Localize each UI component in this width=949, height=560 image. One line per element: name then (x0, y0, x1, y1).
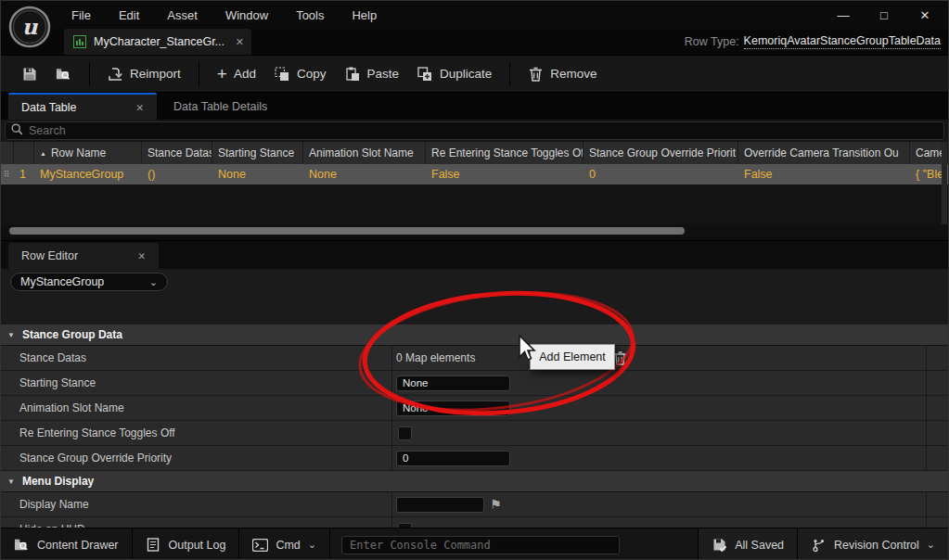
display-name-input[interactable] (396, 497, 484, 513)
window-controls: — □ ✕ (827, 1, 941, 29)
save-check-icon (712, 537, 727, 553)
revision-control-label: Revision Control (834, 539, 919, 552)
trash-icon (528, 66, 544, 82)
copy-label: Copy (297, 67, 327, 81)
column-re-entering[interactable]: Re Entering Stance Toggles Of (426, 142, 584, 164)
duplicate-label: Duplicate (440, 67, 492, 81)
asset-tab[interactable]: MyCharacter_StanceGr... ✕ (64, 29, 251, 55)
horizontal-scrollbar-thumb[interactable] (9, 227, 685, 235)
localization-flag-icon[interactable]: ⚑ (490, 497, 502, 512)
column-starting-stance[interactable]: Starting Stance (212, 142, 303, 164)
add-label: Add (234, 67, 256, 81)
property-row-re-entering: Re Entering Stance Toggles Off (1, 421, 948, 446)
save-icon (21, 66, 37, 82)
cell-override-camera[interactable]: False (738, 164, 910, 185)
row-type-link[interactable]: KemoriqAvatarStanceGroupTableData (744, 34, 941, 49)
row-selector-dropdown[interactable]: MyStanceGroup ⌄ (10, 273, 168, 291)
row-editor-tab-close-icon[interactable]: ✕ (137, 250, 146, 261)
all-saved-button[interactable]: All Saved (698, 528, 797, 560)
terminal-icon (252, 537, 268, 553)
row-type: Row Type: KemoriqAvatarStanceGroupTableD… (685, 29, 941, 55)
starting-stance-input[interactable] (396, 375, 510, 391)
section-title: Stance Group Data (22, 328, 122, 341)
main-toolbar: Reimport + Add Copy Pa (1, 55, 948, 93)
paste-button[interactable]: Paste (335, 60, 408, 87)
toolbar-separator (199, 62, 199, 86)
column-override-priority[interactable]: Stance Group Override Priorit (584, 142, 738, 164)
copy-button[interactable]: Copy (265, 60, 336, 87)
minimize-button[interactable]: — (827, 3, 859, 27)
column-stance-datas[interactable]: Stance Datas (142, 142, 212, 164)
menu-file[interactable]: File (60, 5, 102, 26)
section-menu-display[interactable]: ▼ Menu Display (1, 471, 948, 492)
maximize-button[interactable]: □ (868, 3, 900, 27)
menu-window[interactable]: Window (214, 5, 279, 26)
tab-data-table[interactable]: Data Table ✕ (8, 93, 157, 120)
tooltip: Add Element (530, 344, 615, 370)
browse-button[interactable] (46, 60, 81, 87)
remove-button[interactable]: Remove (519, 60, 606, 87)
section-title: Menu Display (22, 475, 94, 488)
row-selector-value: MyStanceGroup (20, 275, 104, 288)
menu-edit[interactable]: Edit (108, 5, 150, 26)
menu-help[interactable]: Help (340, 5, 388, 26)
column-override-camera[interactable]: Override Camera Transition Ou (738, 142, 910, 164)
asset-tab-close-icon[interactable]: ✕ (236, 36, 244, 48)
row-end-spacer (926, 421, 948, 445)
override-priority-input[interactable] (396, 451, 510, 466)
add-button[interactable]: + Add (208, 61, 265, 86)
column-animation-slot-name[interactable]: Animation Slot Name (303, 142, 426, 164)
column-row-name[interactable]: ▲ Row Name (34, 142, 142, 164)
cmd-label: Cmd (276, 539, 300, 552)
menu-tools[interactable]: Tools (285, 5, 335, 26)
animation-slot-name-input[interactable] (396, 401, 510, 416)
row-editor-tab-label: Row Editor (21, 249, 78, 262)
tab-close-icon[interactable]: ✕ (135, 102, 144, 113)
search-input[interactable] (29, 124, 938, 137)
re-entering-label: Re Entering Stance Toggles Off (1, 421, 392, 445)
unreal-logo-icon: u (8, 6, 51, 48)
save-button[interactable] (12, 60, 46, 87)
output-log-button[interactable]: Output Log (133, 528, 240, 560)
content-drawer-button[interactable]: Content Drawer (1, 528, 133, 560)
cell-re-entering[interactable]: False (426, 164, 584, 185)
duplicate-button[interactable]: Duplicate (408, 60, 501, 87)
reimport-label: Reimport (130, 67, 181, 81)
row-number: 1 (14, 164, 34, 185)
cell-starting-stance[interactable]: None (212, 164, 303, 185)
cell-stance-datas[interactable]: () (142, 164, 212, 185)
menu-asset[interactable]: Asset (156, 5, 209, 26)
search-bar[interactable] (5, 121, 944, 140)
property-row-override-priority: Stance Group Override Priority (1, 446, 948, 471)
row-end-spacer (926, 346, 948, 370)
tab-row-editor[interactable]: Row Editor ✕ (8, 243, 159, 269)
close-button[interactable]: ✕ (909, 3, 941, 27)
reimport-button[interactable]: Reimport (98, 60, 190, 87)
vertical-scrollbar[interactable] (942, 142, 947, 224)
trash-icon (614, 351, 626, 365)
svg-text:u: u (22, 14, 39, 39)
clear-map-button[interactable] (614, 351, 626, 365)
cmd-dropdown[interactable]: Cmd ⌄ (239, 528, 330, 560)
re-entering-checkbox[interactable] (398, 426, 412, 440)
tooltip-text: Add Element (539, 350, 606, 363)
cell-override-priority[interactable]: 0 (584, 164, 738, 185)
table-empty-area (1, 185, 948, 224)
table-row[interactable]: ⠿ 1 MyStanceGroup () None None False 0 F… (1, 164, 948, 185)
property-row-display-name: Display Name ⚑ (1, 492, 948, 517)
console-command-input[interactable] (341, 536, 620, 554)
data-table-panel: ▲ Row Name Stance Datas Starting Stance … (1, 120, 948, 237)
add-icon: + (217, 68, 227, 81)
toolbar-separator (509, 62, 510, 86)
cell-animation-slot-name[interactable]: None (303, 164, 426, 185)
revision-control-button[interactable]: Revision Control ⌄ (797, 528, 948, 560)
property-row-animation-slot-name: Animation Slot Name (1, 396, 948, 421)
display-name-label: Display Name (1, 492, 392, 516)
section-expand-icon: ▼ (7, 477, 15, 486)
row-drag-handle[interactable]: ⠿ (1, 164, 14, 185)
copy-icon (275, 66, 290, 82)
section-stance-group-data[interactable]: ▼ Stance Group Data (1, 325, 948, 346)
cell-row-name[interactable]: MyStanceGroup (34, 164, 142, 185)
tab-data-table-details[interactable]: Data Table Details (160, 93, 300, 120)
row-editor-panel: Row Editor ✕ MyStanceGroup ⌄ ▼ Stance Gr… (1, 240, 948, 520)
